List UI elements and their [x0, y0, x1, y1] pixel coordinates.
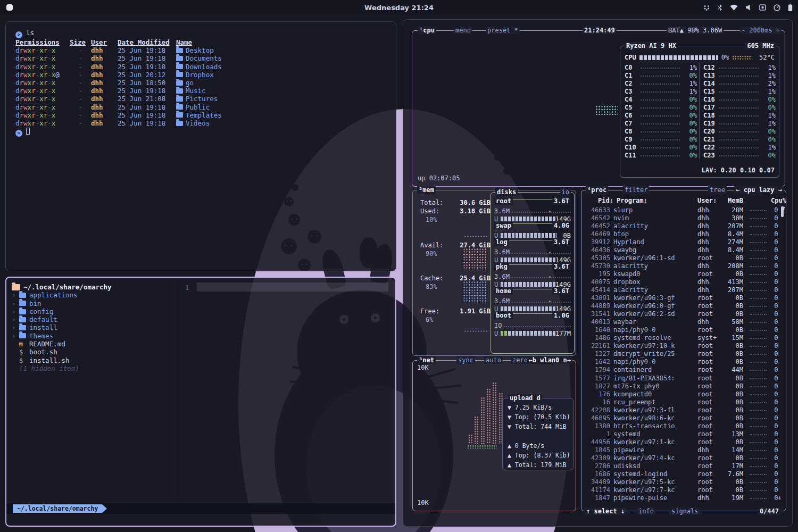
tree-item[interactable]: ›default	[12, 315, 178, 323]
process-row[interactable]: 1845pipewiredhh14M0.0	[585, 446, 778, 454]
process-row[interactable]: 1577irq/81-PIXA3854:root0B0.0	[585, 374, 778, 382]
proc-scrollbar[interactable]	[781, 206, 784, 217]
ls-row[interactable]: drwxr-xr-x-dhh25 Jun 19:18Documents	[15, 54, 396, 62]
process-row[interactable]: 39912Hyprlanddhh274M0.0	[585, 238, 778, 246]
volume-icon[interactable]	[745, 4, 752, 11]
process-row[interactable]: 40013waybardhh58M0.0	[585, 318, 778, 326]
gauge-icon[interactable]	[774, 4, 780, 11]
core-row: C131%	[703, 71, 776, 79]
user-cell: dhh	[91, 95, 114, 103]
tree-item[interactable]: ›applications	[12, 291, 178, 299]
process-row[interactable]: 46436swaybgdhh8.4M0.0	[585, 246, 778, 254]
tree-item[interactable]: $install.sh	[12, 356, 178, 364]
tree-item[interactable]: $boot.sh	[12, 348, 178, 356]
process-row[interactable]: 41174kworker/u97:7-kcroot0B0.0	[585, 486, 778, 494]
process-row[interactable]: 22161kworker/u97:10-kroot0B0.0	[585, 342, 778, 350]
process-row[interactable]: 1380btrfs-transactioroot0B0.0	[585, 422, 778, 430]
scroll-down-arrow[interactable]: ↓	[778, 494, 782, 501]
process-row[interactable]: 176kcompactd0root0B0.0	[585, 390, 778, 398]
prompt-line-2[interactable]: >	[15, 127, 396, 137]
powerline-arrow	[102, 504, 107, 513]
ls-row[interactable]: drwxr-xr-x-dhh25 Jun 19:18Desktop	[15, 46, 396, 54]
process-row[interactable]: 1486systemd-resolvesyst+15M0.0	[585, 334, 778, 342]
tree-item[interactable]: ▤README.md	[12, 340, 178, 348]
process-row[interactable]: 46633slurpdhh28M0.0	[585, 206, 778, 214]
downloads-folder-icon	[176, 64, 183, 69]
process-row[interactable]: 46542nvimdhh30M0.0	[585, 214, 778, 222]
process-row[interactable]: 40075dropboxdhh413M0.0	[585, 278, 778, 286]
auto-tab[interactable]: auto	[484, 356, 503, 364]
signals-keybind[interactable]: signals	[670, 508, 700, 515]
tree-item[interactable]: ›themes	[12, 332, 178, 340]
ls-row[interactable]: drwxr-xr-x-dhh25 Jun 19:18Videos	[15, 119, 396, 127]
process-row[interactable]: 1686systemd-logindroot7.6M0.0	[585, 470, 778, 478]
process-row[interactable]: 46469btopdhh8.4M0.0	[585, 230, 778, 238]
process-row[interactable]: 45305kworker/u96:1-sdroot0B0.0	[585, 254, 778, 262]
ls-row[interactable]: drwxr-xr-x-dhh25 Jun 19:18Public	[15, 103, 396, 111]
core-meter	[641, 128, 680, 132]
mem-panel-title[interactable]: ²mem	[417, 186, 436, 194]
editor-window-files[interactable]: ~/.local/share/omarchy ›applications›bin…	[5, 277, 396, 527]
battery-icon[interactable]	[788, 4, 793, 11]
process-row[interactable]: 1794containerdroot44M0.0	[585, 366, 778, 374]
ls-row[interactable]: drwxr-xr-x-dhh25 Jun 19:18Templates	[15, 111, 396, 119]
process-cpu-graph	[750, 431, 767, 435]
process-row[interactable]: 44956kworker/u97:1-kcroot0B0.0	[585, 438, 778, 446]
select-keybind[interactable]: ↑ select ↓	[585, 508, 626, 515]
process-row[interactable]: 45730alacrittydhh208M0.0	[585, 262, 778, 270]
process-row[interactable]: 31541kworker/u96:2-sdroot0B0.0	[585, 310, 778, 318]
process-row[interactable]: 45414alacrittydhh207M0.0	[585, 286, 778, 294]
process-row[interactable]: 46452alacrittydhh207M0.0	[585, 222, 778, 230]
sync-tab[interactable]: sync	[456, 356, 475, 364]
sort-column-switcher[interactable]: ← cpu lazy →	[734, 186, 784, 194]
permissions-cell: drwxr-xr-x	[15, 95, 66, 103]
ls-row[interactable]: drwxr-xr-x-dhh25 Jun 19:18Downloads	[15, 63, 396, 71]
refresh-interval-control[interactable]: - 2000ms +	[740, 27, 782, 34]
process-row[interactable]: 42309kworker/u97:4-kcroot0B0.0	[585, 454, 778, 462]
net-interface-switcher[interactable]: ←b wlan0 n→	[527, 356, 572, 364]
process-row[interactable]: 16rcu_preemptroot0B0.0	[585, 398, 778, 406]
proc-panel-title[interactable]: ⁴proc	[586, 186, 608, 194]
io-tab[interactable]: io	[560, 188, 571, 196]
process-user: dhh	[697, 446, 722, 454]
process-cpu: 0.0	[771, 486, 778, 494]
disks-panel-title[interactable]: disks	[495, 188, 518, 196]
process-row[interactable]: 2786udisksdroot17M0.0	[585, 462, 778, 470]
wifi-icon[interactable]	[730, 4, 738, 11]
tree-item[interactable]: ›install	[12, 323, 178, 331]
process-row[interactable]: 1systemdroot13M0.0	[585, 430, 778, 438]
ls-row[interactable]: drwxr-xr-x@-dhh25 Jun 20:12Dropbox	[15, 71, 396, 79]
screen-record-icon[interactable]	[759, 4, 766, 11]
process-row[interactable]: 42208kworker/u97:3-flroot0B0.0	[585, 406, 778, 414]
dropbox-tray-icon[interactable]	[703, 5, 710, 11]
file-tree-pane: ~/.local/share/omarchy ›applications›bin…	[12, 283, 178, 372]
process-row[interactable]: 1847pipewire-pulsedhh19M0.0	[585, 494, 778, 502]
process-row[interactable]: 34409kworker/u97:5-kcroot0B0.0	[585, 478, 778, 486]
process-row[interactable]: 43091kworker/u96:3-gfroot0B0.0	[585, 294, 778, 302]
cpu-panel-title[interactable]: ¹cpu	[418, 27, 436, 34]
process-row[interactable]: 195kswapd0root0B0.0	[585, 270, 778, 278]
process-row[interactable]: 1827mt76-tx phy0root0B0.0	[585, 382, 778, 390]
process-row[interactable]: 1640napi/phy0-0root0B0.0	[585, 326, 778, 334]
process-row[interactable]: 46095kworker/u98:6-kcroot0B0.0	[585, 414, 778, 422]
process-row[interactable]: 1642napi/phy0-0root0B0.0	[585, 358, 778, 366]
ls-row[interactable]: drwxr-xr-x-dhh25 Jun 18:50go	[15, 79, 396, 87]
process-list[interactable]: 46633slurpdhh28M0.046542nvimdhh30M0.0464…	[585, 206, 778, 503]
terminal-window-ls[interactable]: >ls PermissionsSizeUserDate ModifiedName…	[5, 21, 396, 271]
terminal-window-btop[interactable]: ¹cpu menu preset * 21:24:49 BAT▲ 98% 3.0…	[403, 19, 793, 527]
process-row[interactable]: 1327dmcrypt_write/25root0B0.0	[585, 350, 778, 358]
bluetooth-icon[interactable]	[718, 4, 722, 11]
filter-button[interactable]: filter	[623, 186, 649, 194]
ls-row[interactable]: drwxr-xr-x-dhh25 Jun 21:08Pictures	[15, 95, 396, 103]
tree-item[interactable]: ›bin	[12, 300, 178, 307]
tree-item[interactable]: ›config	[12, 307, 178, 315]
preset-button[interactable]: preset *	[486, 27, 520, 34]
ls-row[interactable]: drwxr-xr-x-dhh25 Jun 19:18Music	[15, 87, 396, 95]
tree-root-item[interactable]: ~/.local/share/omarchy	[12, 283, 178, 291]
tree-button[interactable]: tree	[708, 186, 727, 194]
info-keybind[interactable]: info	[637, 508, 655, 515]
menu-button[interactable]: menu	[454, 27, 472, 34]
process-row[interactable]: 44889kworker/u96:0-gfroot0B0.0	[585, 302, 778, 310]
net-panel-title[interactable]: ³net	[417, 356, 436, 364]
core-value: 0%	[683, 112, 697, 119]
